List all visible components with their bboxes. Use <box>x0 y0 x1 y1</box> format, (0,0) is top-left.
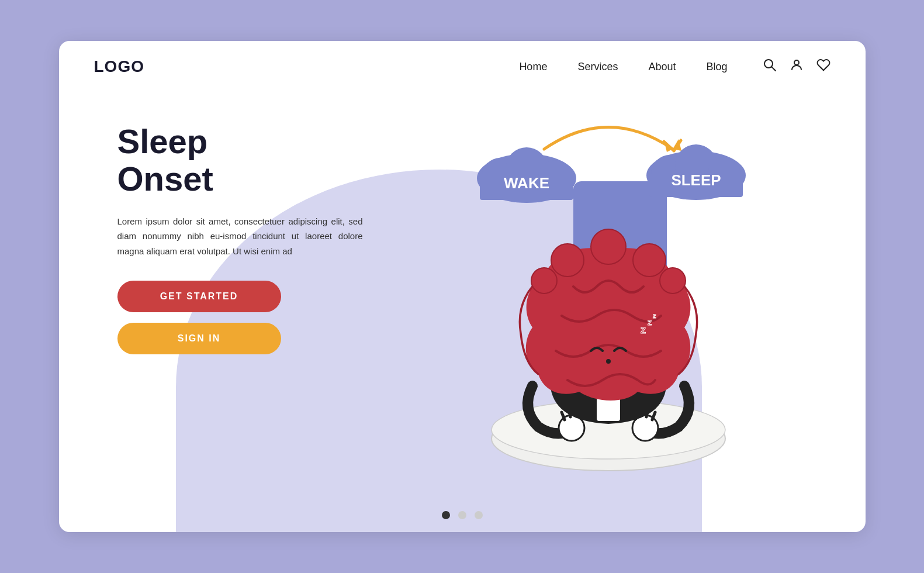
carousel-dots <box>442 511 483 519</box>
svg-point-36 <box>606 359 611 364</box>
svg-point-2 <box>794 60 799 65</box>
logo: LOGO <box>94 57 144 76</box>
get-started-button[interactable]: GET STARTED <box>117 281 281 312</box>
svg-point-33 <box>633 244 666 277</box>
svg-text:WAKE: WAKE <box>504 174 549 192</box>
header: LOGO Home Services About Blog <box>59 41 866 76</box>
nav-blog[interactable]: Blog <box>706 61 727 73</box>
svg-text:z: z <box>648 317 652 327</box>
main-content: Sleep Onset Lorem ipsum dolor sit amet, … <box>59 76 866 354</box>
user-icon[interactable] <box>790 58 804 75</box>
svg-text:SLEEP: SLEEP <box>671 171 721 189</box>
svg-point-32 <box>591 229 626 264</box>
svg-point-35 <box>660 268 686 294</box>
search-icon[interactable] <box>763 58 777 75</box>
dot-1[interactable] <box>442 511 450 519</box>
left-content: Sleep Onset Lorem ipsum dolor sit amet, … <box>117 99 363 354</box>
hero-description: Lorem ipsum dolor sit amet, consectetuer… <box>117 214 363 259</box>
page-card: LOGO Home Services About Blog Sleep O <box>59 41 866 532</box>
illustration: WAKE SLEEP <box>369 82 848 503</box>
svg-text:z: z <box>653 312 656 319</box>
dot-3[interactable] <box>475 511 483 519</box>
svg-line-1 <box>771 67 776 71</box>
nav: Home Services About Blog <box>519 61 727 73</box>
sign-in-button[interactable]: SIGN IN <box>117 323 281 354</box>
nav-home[interactable]: Home <box>519 61 547 73</box>
hero-title: Sleep Onset <box>117 123 363 198</box>
nav-services[interactable]: Services <box>577 61 618 73</box>
svg-point-34 <box>531 268 557 294</box>
brain-illustration-svg: WAKE SLEEP <box>404 94 813 491</box>
svg-point-31 <box>551 244 584 277</box>
header-icons <box>763 58 830 75</box>
svg-text:z: z <box>641 324 646 336</box>
nav-about[interactable]: About <box>648 61 676 73</box>
heart-icon[interactable] <box>816 58 830 75</box>
dot-2[interactable] <box>458 511 466 519</box>
